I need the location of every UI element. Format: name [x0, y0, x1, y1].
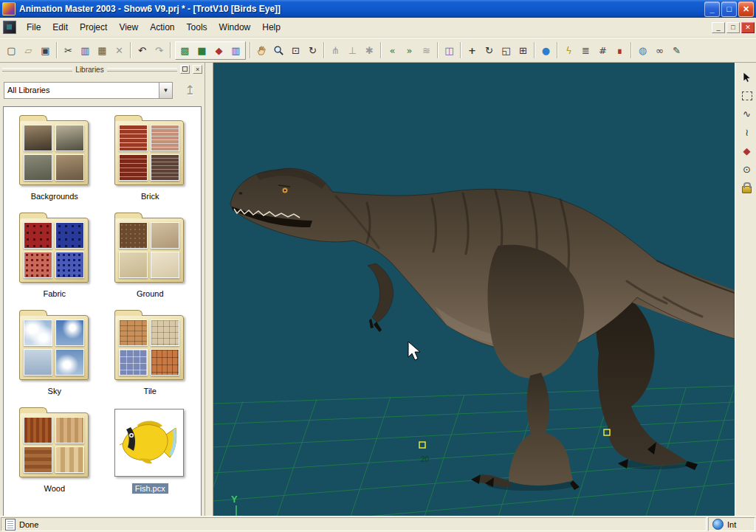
document-icon[interactable] [3, 21, 16, 34]
panel-close-button[interactable]: × [193, 65, 202, 74]
libraries-panel-header[interactable]: Libraries × [0, 63, 205, 75]
library-item-sky[interactable]: Sky [11, 309, 98, 396]
layers-button[interactable]: ≣ [577, 42, 594, 59]
eyedropper-tool-button[interactable]: ⊙ [738, 161, 755, 178]
internet-globe-icon [712, 519, 724, 530]
app-icon[interactable] [2, 2, 16, 15]
mdi-minimize-button[interactable]: _ [712, 22, 725, 33]
patch-select-tool-button[interactable]: ◆ [738, 142, 755, 159]
library-filter-combobox[interactable]: ▼ [4, 82, 173, 99]
pencil-icon: ✎ [673, 46, 681, 55]
simulate-button[interactable]: ∎ [611, 42, 628, 59]
viewport-canvas[interactable]: 20 Y [213, 63, 735, 519]
up-button[interactable]: ↥ [179, 79, 201, 101]
pan-button[interactable] [253, 42, 270, 59]
link-button[interactable]: ∞ [651, 42, 668, 59]
texture-thumb [24, 252, 52, 278]
library-item-backgrounds[interactable]: Backgrounds [11, 114, 98, 201]
menu-project[interactable]: Project [74, 20, 113, 35]
menu-help[interactable]: Help [256, 20, 286, 35]
view-shaded-button[interactable]: ■ [193, 42, 210, 59]
move-button[interactable]: + [464, 42, 481, 59]
library-grid[interactable]: Backgrounds Brick [3, 106, 202, 519]
panel-rollup-button[interactable] [180, 65, 190, 74]
mirror-button[interactable]: ◫ [441, 42, 458, 59]
view-render-button[interactable]: ◆ [210, 42, 227, 59]
save-all-button[interactable]: ▣ [37, 42, 54, 59]
scale-icon: ◱ [501, 46, 510, 55]
texture-thumb [119, 125, 148, 151]
copy-button[interactable]: ▥ [77, 42, 94, 59]
library-item-tile[interactable]: Tile [106, 309, 193, 396]
trex-body [230, 168, 735, 353]
library-item-ground[interactable]: Ground [106, 212, 193, 299]
paste-button[interactable]: ▦ [94, 42, 111, 59]
folder-icon [114, 309, 185, 381]
redo-button[interactable]: ↷ [151, 42, 168, 59]
library-item-fish[interactable]: Fish.pcx [106, 407, 193, 494]
rotate-button[interactable]: ↻ [481, 42, 498, 59]
library-item-fabric[interactable]: Fabric [11, 212, 98, 299]
open-button[interactable]: ▱ [20, 42, 37, 59]
close-button[interactable]: ✕ [738, 1, 754, 17]
folder-icon [114, 212, 185, 283]
zoom-fit-button[interactable]: ⊡ [287, 42, 304, 59]
undo-button[interactable]: ↶ [134, 42, 151, 59]
status-bar: Done Int [0, 516, 756, 532]
delete-button[interactable]: ✕ [111, 42, 128, 59]
next-action-button[interactable]: » [401, 42, 418, 59]
grid-button[interactable]: ⊞ [515, 42, 532, 59]
setup-button[interactable]: ✱ [361, 42, 378, 59]
viewport[interactable]: 20 Y [213, 63, 735, 519]
new-button[interactable]: ▢ [3, 42, 20, 59]
dropdown-arrow-icon[interactable]: ▼ [159, 83, 172, 98]
menu-view[interactable]: View [113, 20, 144, 35]
texture-thumb [55, 154, 84, 181]
draw-button[interactable]: ✎ [668, 42, 685, 59]
cut-button[interactable]: ✂ [60, 42, 77, 59]
prev-action-button[interactable]: « [384, 42, 401, 59]
camera-icon: ▥ [231, 46, 240, 55]
marquee-tool-button[interactable] [738, 87, 755, 104]
world-button[interactable]: ◍ [634, 42, 651, 59]
texture-thumb [55, 319, 84, 346]
folder-icon [19, 309, 90, 381]
pointer-tool-button[interactable] [738, 69, 755, 86]
texture-thumb [24, 222, 52, 249]
view-model-button[interactable]: ▩ [176, 42, 193, 59]
setup-icon: ✱ [365, 46, 374, 55]
menu-file[interactable]: File [21, 20, 47, 35]
library-filter-input[interactable] [4, 83, 159, 98]
restore-button[interactable]: □ [721, 1, 737, 17]
view-camera-button[interactable]: ▥ [227, 42, 244, 59]
library-item-label: Tile [141, 386, 159, 396]
panel-splitter[interactable] [205, 63, 213, 519]
zoom-button[interactable] [270, 42, 287, 59]
lock-tool-button[interactable] [738, 179, 755, 196]
polygon-lasso-tool-button[interactable]: ≀ [738, 124, 755, 141]
menu-window[interactable]: Window [213, 20, 257, 35]
lock-icon [742, 186, 752, 193]
library-item-label: Fish.pcx [132, 483, 168, 494]
menu-action[interactable]: Action [144, 20, 180, 35]
dynamics-button[interactable]: ϟ [560, 42, 577, 59]
menu-tools[interactable]: Tools [181, 20, 213, 35]
redo-icon: ↷ [155, 46, 163, 55]
library-item-wood[interactable]: Wood [11, 407, 98, 494]
orbit-button[interactable]: ↻ [304, 42, 321, 59]
menu-edit[interactable]: Edit [47, 20, 74, 35]
mouse-cursor [408, 342, 420, 360]
skeleton-button[interactable]: ⊥ [344, 42, 361, 59]
y-axis-indicator: Y [231, 494, 238, 519]
texture-thumb [24, 319, 52, 346]
library-item-brick[interactable]: Brick [106, 114, 193, 201]
mdi-restore-button[interactable]: □ [726, 22, 740, 33]
material-button[interactable]: ● [537, 42, 554, 59]
timeline-button[interactable]: ≋ [418, 42, 435, 59]
mdi-close-button[interactable]: ✕ [741, 22, 755, 33]
scale-button[interactable]: ◱ [498, 42, 515, 59]
minimize-button[interactable]: _ [704, 1, 720, 17]
lasso-tool-button[interactable]: ∿ [738, 106, 755, 122]
snap-button[interactable]: # [594, 42, 611, 59]
bones-button[interactable]: ⋔ [327, 42, 344, 59]
